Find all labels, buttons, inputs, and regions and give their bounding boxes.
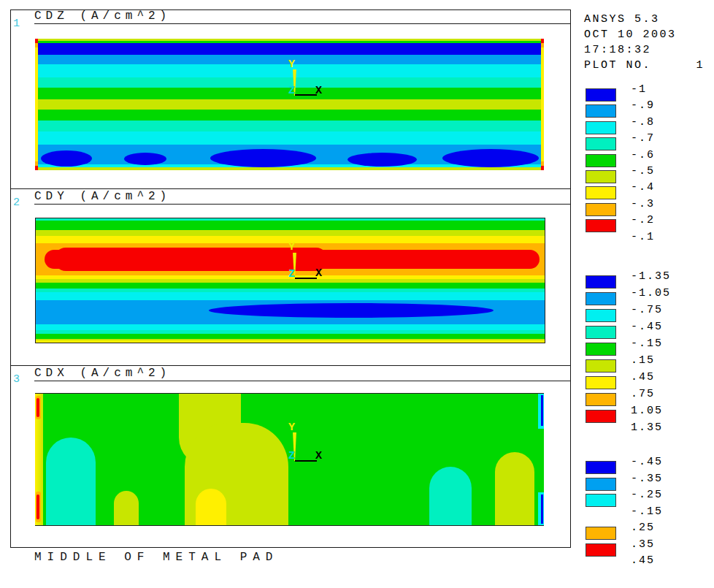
plot-number-row: PLOT NO. 1 — [584, 58, 705, 73]
triad-z-label: Z — [288, 268, 295, 280]
plot-number-label: PLOT NO. — [584, 58, 651, 73]
contour-blob — [196, 489, 226, 525]
contour-blob — [209, 303, 494, 318]
viewport-separator — [10, 365, 570, 366]
contour-blob — [37, 495, 39, 519]
title-underline — [34, 23, 570, 24]
legend-swatch — [586, 478, 616, 491]
legend-value: .45 — [631, 554, 655, 567]
legend-value: -.15 — [631, 337, 663, 350]
contour-blob — [348, 153, 417, 167]
legend-value: -.6 — [631, 149, 655, 161]
pad-edge-strip — [35, 39, 38, 170]
legend-value: -.5 — [631, 165, 655, 177]
plot-time: 17:18:32 — [584, 42, 705, 58]
triad-x-label: X — [315, 267, 322, 280]
pad-edge-strip — [541, 39, 544, 170]
legend-value: -1 — [631, 83, 647, 96]
legend-value: 1.05 — [631, 405, 663, 417]
triad-z-label: Z — [288, 450, 295, 462]
plot-caption: MIDDLE OF METAL PAD — [34, 551, 278, 564]
legend-swatch — [586, 543, 616, 557]
plot-date: OCT 10 2003 — [584, 27, 705, 42]
legend-swatch — [586, 219, 616, 232]
legend-swatch — [586, 461, 616, 474]
legend-value: -.25 — [631, 489, 663, 501]
legend-value: -1.35 — [631, 270, 671, 283]
legend-swatch — [586, 326, 616, 339]
legend-value: -.75 — [631, 304, 663, 316]
legend-swatch — [586, 410, 616, 423]
legend-value: -.8 — [631, 116, 655, 129]
legend-value: .25 — [631, 522, 655, 534]
legend-swatch — [586, 376, 616, 389]
viewport-number-3: 3 — [13, 373, 20, 386]
triad-x-label: X — [315, 85, 322, 97]
legend-swatch — [586, 121, 616, 134]
legend-swatch — [586, 104, 616, 118]
triad-x-label: X — [315, 450, 322, 462]
legend-swatch — [586, 203, 616, 216]
plot-number-value: 1 — [696, 58, 705, 73]
legend-swatch — [586, 88, 616, 102]
ansys-graphics-window: 1 CDZ (A/cm^2) Y Z X 2 CDY (A/cm^2) Y Z … — [0, 0, 714, 588]
legend-swatch — [586, 309, 616, 322]
legend-value: -.4 — [631, 181, 655, 194]
legend-swatch — [586, 154, 616, 167]
legend-swatch — [586, 359, 616, 373]
plot-title-cdy: CDY (A/cm^2) — [34, 190, 171, 203]
plot-title-cdx: CDX (A/cm^2) — [34, 367, 171, 380]
product-version: ANSYS 5.3 — [584, 12, 705, 27]
triad-x-arrow — [295, 460, 317, 462]
contour-blob — [541, 395, 543, 426]
legend-value: -.45 — [631, 321, 663, 333]
contour-blob — [429, 467, 472, 525]
contour-blob — [541, 495, 543, 524]
viewport-number-2: 2 — [13, 196, 20, 209]
contour-blob — [37, 398, 39, 417]
legend-value: -.1 — [631, 231, 655, 243]
legend-swatch — [586, 170, 616, 183]
triad-x-arrow — [295, 94, 317, 96]
legend-value: .35 — [631, 538, 655, 551]
legend-value: -.3 — [631, 198, 655, 210]
legend-value: .15 — [631, 354, 655, 367]
contour-blob — [46, 438, 96, 525]
legend-swatch — [586, 494, 616, 507]
legend-swatch — [586, 343, 616, 356]
legend-swatch — [586, 393, 616, 406]
legend-swatch — [586, 186, 616, 199]
legend-value: .45 — [631, 371, 655, 383]
legend-value: -.9 — [631, 99, 655, 112]
contour-blob — [210, 149, 316, 167]
contour-blob — [442, 149, 539, 167]
legend-value: -.2 — [631, 214, 655, 226]
title-underline — [34, 381, 570, 381]
legend-value: -1.05 — [631, 287, 671, 299]
legend-swatch — [586, 527, 616, 540]
legend-value: -.35 — [631, 473, 663, 485]
legend-swatch — [586, 137, 616, 150]
legend-swatch — [586, 292, 616, 305]
triad-x-arrow — [295, 278, 317, 279]
legend-value: -.45 — [631, 456, 663, 468]
contour-blob — [495, 452, 534, 525]
legend-value: -.15 — [631, 505, 663, 518]
contour-blob — [124, 153, 166, 165]
legend-swatch — [586, 275, 616, 289]
legend-value: -.7 — [631, 132, 655, 145]
info-panel: ANSYS 5.3 OCT 10 2003 17:18:32 PLOT NO. … — [584, 12, 705, 73]
contour-blob — [114, 491, 139, 525]
contour-blob — [41, 150, 92, 167]
triad-y-label: Y — [288, 58, 295, 71]
title-underline — [34, 204, 570, 205]
legend-value: 1.35 — [631, 421, 663, 434]
viewport-separator — [10, 188, 570, 189]
contour-plot-cdy — [35, 218, 545, 343]
triad-y-label: Y — [288, 421, 295, 434]
triad-z-label: Z — [288, 85, 295, 97]
triad-y-label: Y — [288, 241, 295, 253]
legend-value: .75 — [631, 388, 655, 400]
viewport-number-1: 1 — [13, 18, 20, 30]
plot-title-cdz: CDZ (A/cm^2) — [34, 9, 171, 23]
